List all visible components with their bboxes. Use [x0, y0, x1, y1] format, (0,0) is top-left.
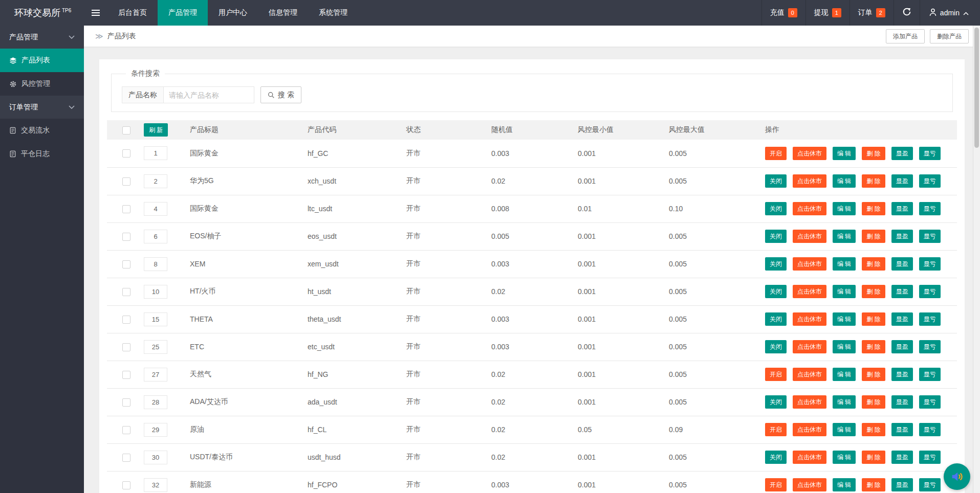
pause-market-button[interactable]: 点击休市 [793, 423, 826, 436]
row-checkbox[interactable] [122, 398, 130, 407]
row-id-input[interactable] [144, 285, 167, 299]
nav-item-product[interactable]: 产品管理 [158, 0, 208, 26]
row-checkbox[interactable] [122, 371, 130, 379]
sidebar-group-product-manage[interactable]: 产品管理 [0, 26, 84, 49]
show-profit-button[interactable]: 显盈 [891, 202, 913, 215]
page-scrollbar[interactable] [973, 26, 980, 493]
delete-button[interactable]: 删 除 [862, 451, 885, 464]
nav-item-info[interactable]: 信息管理 [258, 0, 308, 26]
edit-button[interactable]: 编 辑 [833, 174, 856, 188]
pause-market-button[interactable]: 点击休市 [793, 395, 826, 409]
row-id-input[interactable] [144, 423, 167, 437]
toggle-market-button[interactable]: 开启 [765, 423, 787, 436]
nav-stat-order[interactable]: 订单2 [850, 0, 894, 26]
edit-button[interactable]: 编 辑 [833, 451, 856, 464]
product-name-input[interactable] [163, 86, 254, 103]
row-checkbox[interactable] [122, 454, 130, 462]
edit-button[interactable]: 编 辑 [833, 368, 856, 381]
edit-button[interactable]: 编 辑 [833, 202, 856, 215]
show-loss-button[interactable]: 显亏 [919, 395, 941, 409]
show-profit-button[interactable]: 显盈 [891, 174, 913, 188]
delete-button[interactable]: 删 除 [862, 312, 885, 326]
show-loss-button[interactable]: 显亏 [919, 423, 941, 436]
edit-button[interactable]: 编 辑 [833, 340, 856, 353]
toggle-market-button[interactable]: 关闭 [765, 451, 787, 464]
row-id-input[interactable] [144, 451, 167, 464]
pause-market-button[interactable]: 点击休市 [793, 257, 826, 271]
row-id-input[interactable] [144, 202, 167, 216]
scrollbar-thumb[interactable] [974, 28, 979, 148]
show-profit-button[interactable]: 显盈 [891, 451, 913, 464]
pause-market-button[interactable]: 点击休市 [793, 312, 826, 326]
pause-market-button[interactable]: 点击休市 [793, 230, 826, 243]
pause-market-button[interactable]: 点击休市 [793, 478, 826, 491]
row-id-input[interactable] [144, 478, 167, 492]
row-checkbox[interactable] [122, 481, 130, 489]
nav-stat-withdraw[interactable]: 提现1 [805, 0, 850, 26]
nav-stat-recharge[interactable]: 充值0 [761, 0, 805, 26]
edit-button[interactable]: 编 辑 [833, 230, 856, 243]
show-profit-button[interactable]: 显盈 [891, 257, 913, 271]
show-profit-button[interactable]: 显盈 [891, 312, 913, 326]
nav-item-system[interactable]: 系统管理 [308, 0, 358, 26]
sidebar-item-risk-manage[interactable]: 风控管理 [0, 72, 84, 96]
row-id-input[interactable] [144, 174, 167, 188]
show-loss-button[interactable]: 显亏 [919, 478, 941, 491]
show-profit-button[interactable]: 显盈 [891, 147, 913, 160]
row-id-input[interactable] [144, 146, 167, 160]
search-button[interactable]: 搜 索 [260, 86, 301, 103]
toggle-market-button[interactable]: 关闭 [765, 202, 787, 215]
show-loss-button[interactable]: 显亏 [919, 312, 941, 326]
show-profit-button[interactable]: 显盈 [891, 230, 913, 243]
sound-notification-button[interactable] [944, 463, 970, 490]
row-id-input[interactable] [144, 312, 167, 326]
show-profit-button[interactable]: 显盈 [891, 340, 913, 353]
delete-button[interactable]: 删 除 [862, 368, 885, 381]
sidebar-item-close-log[interactable]: 平仓日志 [0, 142, 84, 166]
toggle-market-button[interactable]: 关闭 [765, 395, 787, 409]
sidebar-group-order-manage[interactable]: 订单管理 [0, 96, 84, 119]
show-profit-button[interactable]: 显盈 [891, 395, 913, 409]
delete-button[interactable]: 删 除 [862, 230, 885, 243]
sidebar-item-trade-flow[interactable]: 交易流水 [0, 119, 84, 142]
delete-product-button[interactable]: 删除产品 [930, 29, 969, 43]
pause-market-button[interactable]: 点击休市 [793, 285, 826, 298]
refresh-table-button[interactable]: 刷 新 [144, 123, 168, 137]
edit-button[interactable]: 编 辑 [833, 285, 856, 298]
pause-market-button[interactable]: 点击休市 [793, 451, 826, 464]
edit-button[interactable]: 编 辑 [833, 147, 856, 160]
edit-button[interactable]: 编 辑 [833, 395, 856, 409]
row-checkbox[interactable] [122, 260, 130, 268]
edit-button[interactable]: 编 辑 [833, 312, 856, 326]
nav-item-home[interactable]: 后台首页 [107, 0, 158, 26]
row-id-input[interactable] [144, 340, 167, 354]
show-loss-button[interactable]: 显亏 [919, 368, 941, 381]
row-checkbox[interactable] [122, 205, 130, 213]
pause-market-button[interactable]: 点击休市 [793, 368, 826, 381]
row-id-input[interactable] [144, 257, 167, 271]
show-loss-button[interactable]: 显亏 [919, 451, 941, 464]
toggle-market-button[interactable]: 关闭 [765, 257, 787, 271]
delete-button[interactable]: 删 除 [862, 202, 885, 215]
toggle-market-button[interactable]: 开启 [765, 478, 787, 491]
show-profit-button[interactable]: 显盈 [891, 368, 913, 381]
user-menu[interactable]: admin [920, 0, 980, 26]
toggle-market-button[interactable]: 关闭 [765, 230, 787, 243]
row-id-input[interactable] [144, 395, 167, 409]
refresh-button[interactable] [894, 0, 920, 26]
row-checkbox[interactable] [122, 288, 130, 296]
edit-button[interactable]: 编 辑 [833, 257, 856, 271]
delete-button[interactable]: 删 除 [862, 285, 885, 298]
pause-market-button[interactable]: 点击休市 [793, 174, 826, 188]
row-checkbox[interactable] [122, 426, 130, 434]
edit-button[interactable]: 编 辑 [833, 423, 856, 436]
show-loss-button[interactable]: 显亏 [919, 202, 941, 215]
delete-button[interactable]: 删 除 [862, 395, 885, 409]
pause-market-button[interactable]: 点击休市 [793, 202, 826, 215]
select-all-checkbox[interactable] [122, 126, 130, 135]
toggle-market-button[interactable]: 关闭 [765, 285, 787, 298]
nav-item-user[interactable]: 用户中心 [208, 0, 258, 26]
row-id-input[interactable] [144, 368, 167, 382]
show-loss-button[interactable]: 显亏 [919, 174, 941, 188]
show-profit-button[interactable]: 显盈 [891, 285, 913, 298]
